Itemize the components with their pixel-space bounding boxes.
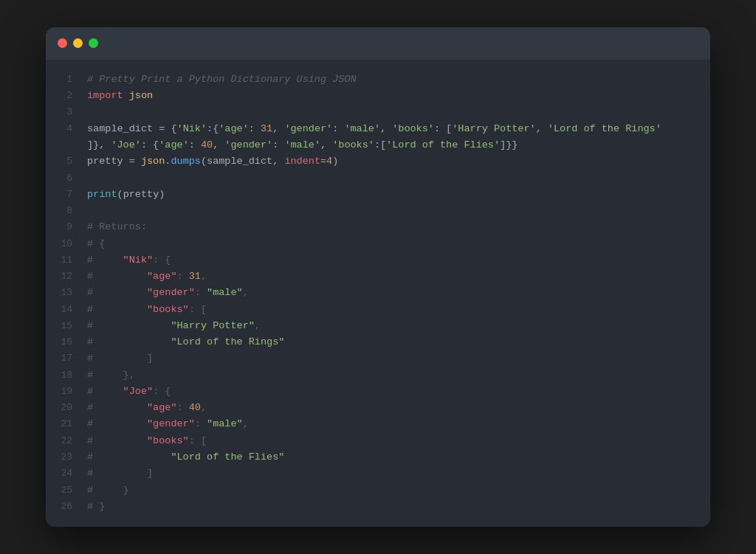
code-line-9: 9 # Returns: [46,219,710,235]
code-line-26: 26 # } [46,499,710,515]
code-line-8: 8 [46,203,710,219]
code-line-21: 21 # "gender": "male", [46,416,710,432]
minimize-button[interactable] [73,38,83,48]
code-line-4-cont: ]}, 'Joe': {'age': 40, 'gender': 'male',… [46,137,710,153]
code-line-20: 20 # "age": 40, [46,400,710,416]
code-line-12: 12 # "age": 31, [46,269,710,285]
code-line-1: 1 # Pretty Print a Python Dictionary Usi… [46,72,710,88]
code-line-22: 22 # "books": [ [46,433,710,449]
close-button[interactable] [58,38,67,48]
code-line-17: 17 # ] [46,350,710,367]
code-line-7: 7 print(pretty) [46,187,710,203]
code-line-15: 15 # "Harry Potter", [46,318,710,334]
code-editor: 1 # Pretty Print a Python Dictionary Usi… [46,60,710,527]
code-line-19: 19 # "Joe": { [46,384,710,400]
code-line-23: 23 # "Lord of the Flies" [46,449,710,465]
code-line-5: 5 pretty = json.dumps(sample_dict, inden… [46,153,710,170]
code-line-6: 6 [46,170,710,187]
code-line-11: 11 # "Nik": { [46,252,710,269]
editor-window: 1 # Pretty Print a Python Dictionary Usi… [46,27,710,527]
code-line-14: 14 # "books": [ [46,302,710,318]
code-line-16: 16 # "Lord of the Rings" [46,334,710,350]
code-line-13: 13 # "gender": "male", [46,285,710,301]
code-line-4: 4 sample_dict = {'Nik':{'age': 31, 'gend… [46,121,710,137]
code-line-24: 24 # ] [46,465,710,482]
code-line-3: 3 [46,104,710,120]
maximize-button[interactable] [89,38,98,48]
titlebar [46,27,710,60]
code-line-25: 25 # } [46,482,710,499]
code-line-10: 10 # { [46,236,710,252]
code-line-2: 2 import json [46,88,710,104]
code-line-18: 18 # }, [46,367,710,384]
